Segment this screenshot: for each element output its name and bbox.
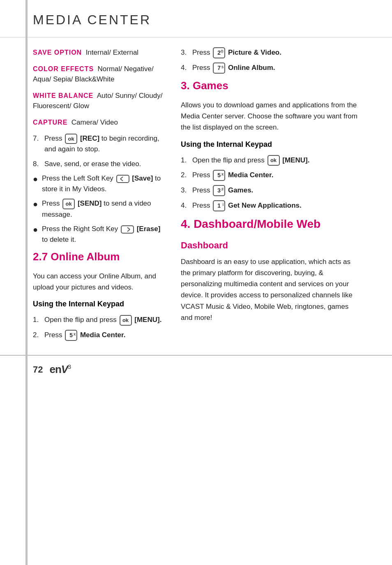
option-save-label: SAVE OPTION	[33, 49, 82, 56]
bullet-erase: ● Press the Right Soft Key [Erase] to de…	[33, 224, 164, 245]
section-3-subsection: Using the Internal Keypad	[181, 139, 362, 150]
bullet-send-text: Press ok [SEND] to send a video message.	[42, 198, 164, 220]
option-capture-value: Camera/ Video	[71, 118, 118, 126]
footer-logo-v: V	[61, 363, 68, 375]
left-soft-key-icon-save	[116, 175, 129, 183]
bullet-icon-send: ●	[33, 198, 42, 210]
step-3-1-num: 1.	[181, 155, 192, 166]
svg-rect-0	[117, 175, 129, 183]
key-1-gna: 1i	[213, 200, 225, 211]
step-2-7-1-num: 1.	[33, 315, 44, 325]
step-8-num: 8.	[33, 159, 44, 169]
option-color: COLOR EFFECTS Normal/ Negative/ Aqua/ Se…	[33, 64, 164, 85]
step-2-7-2: 2. Press 5x Media Center.	[33, 330, 164, 341]
key-7-oa: 7s	[213, 63, 225, 74]
content-wrapper: SAVE OPTION Internal/ External COLOR EFF…	[0, 37, 392, 355]
section-4-sub-heading: Dashboard	[181, 239, 362, 252]
step-3-2-text: Press 5x Media Center.	[192, 170, 273, 181]
step-top-3: 3. Press 2® Picture & Video.	[181, 47, 362, 58]
svg-line-1	[120, 177, 123, 179]
step-top-4: 4. Press 7s Online Album.	[181, 63, 362, 74]
step-top-3-num: 3.	[181, 47, 192, 58]
step-3-3: 3. Press 3# Games.	[181, 185, 362, 196]
step-3-4-num: 4.	[181, 200, 192, 211]
bullet-icon-save: ●	[33, 173, 42, 185]
bullet-save-text: Press the Left Soft Key [Save] to store …	[42, 173, 164, 194]
left-accent-bar	[25, 0, 28, 565]
section-2-7-body: You can access your Online Album, and up…	[33, 271, 164, 293]
step-8: 8. Save, send, or erase the video.	[33, 159, 164, 169]
ok-key-send: ok	[62, 199, 75, 209]
ok-key-7: ok	[65, 134, 77, 144]
step-7: 7. Press ok [REC] to begin recording, an…	[33, 133, 164, 155]
svg-line-2	[120, 179, 123, 181]
step-2-7-2-text: Press 5x Media Center.	[44, 330, 125, 341]
bullet-icon-erase: ●	[33, 224, 42, 235]
step-3-1-text: Open the flip and press ok [MENU].	[192, 155, 309, 166]
option-save: SAVE OPTION Internal/ External	[33, 47, 164, 58]
key-3-games: 3#	[213, 185, 225, 196]
footer-bar: 72 enV3	[0, 355, 392, 383]
step-3-3-num: 3.	[181, 185, 192, 196]
step-3-3-text: Press 3# Games.	[192, 185, 253, 196]
right-column: 3. Press 2® Picture & Video. 4. Press 7s…	[173, 37, 374, 355]
bullet-send: ● Press ok [SEND] to send a video messag…	[33, 198, 164, 220]
step-3-2-num: 2.	[181, 170, 192, 181]
step-2-7-1: 1. Open the flip and press ok [MENU].	[33, 315, 164, 325]
section-3-body: Allows you to download games and applica…	[181, 100, 362, 133]
svg-rect-3	[121, 226, 134, 233]
step-3-4: 4. Press 1i Get New Applications.	[181, 200, 362, 211]
key-2-pv: 2®	[213, 47, 225, 58]
step-7-text: Press ok [REC] to begin recording, and a…	[44, 133, 164, 155]
step-7-num: 7.	[33, 133, 44, 144]
step-top-4-text: Press 7s Online Album.	[192, 63, 275, 74]
step-8-text: Save, send, or erase the video.	[44, 159, 141, 169]
option-capture-label: CAPTURE	[33, 119, 67, 126]
section-3-heading: 3. Games	[181, 78, 362, 94]
page-title: MEDIA CENTER	[0, 0, 392, 37]
svg-line-5	[127, 229, 130, 232]
key-5x-2-7: 5x	[65, 330, 77, 341]
footer-page-number: 72	[33, 363, 43, 376]
step-top-4-num: 4.	[181, 63, 192, 73]
option-wb-label: WHITE BALANCE	[33, 92, 93, 99]
section-4-body: Dashboard is an easy to use application,…	[181, 256, 362, 323]
bullet-save: ● Press the Left Soft Key [Save] to stor…	[33, 173, 164, 194]
option-save-value: Internal/ External	[86, 49, 139, 56]
footer-logo: enV3	[49, 361, 70, 377]
section-2-7-subsection: Using the Internal Keypad	[33, 299, 164, 310]
footer-logo-sup: 3	[68, 364, 71, 370]
ok-key-2-7-1: ok	[120, 315, 132, 326]
option-wb: WHITE BALANCE Auto/ Sunny/ Cloudy/ Fluor…	[33, 90, 164, 111]
option-color-label: COLOR EFFECTS	[33, 65, 94, 72]
bullet-erase-text: Press the Right Soft Key [Erase] to dele…	[42, 224, 164, 245]
step-top-3-text: Press 2® Picture & Video.	[192, 47, 281, 58]
right-soft-key-icon-erase	[121, 225, 134, 234]
ok-key-3-1: ok	[267, 155, 280, 166]
option-capture: CAPTURE Camera/ Video	[33, 117, 164, 128]
step-3-2: 2. Press 5x Media Center.	[181, 170, 362, 181]
section-4-heading: 4. Dashboard/Mobile Web	[181, 215, 362, 233]
step-2-7-1-text: Open the flip and press ok [MENU].	[44, 315, 161, 325]
step-2-7-2-num: 2.	[33, 330, 44, 340]
svg-line-4	[127, 227, 130, 229]
step-3-1: 1. Open the flip and press ok [MENU].	[181, 155, 362, 166]
section-2-7-heading: 2.7 Online Album	[33, 249, 164, 265]
key-5x-3: 5x	[213, 170, 225, 181]
footer-logo-text: en	[49, 363, 61, 375]
step-3-4-text: Press 1i Get New Applications.	[192, 200, 302, 211]
